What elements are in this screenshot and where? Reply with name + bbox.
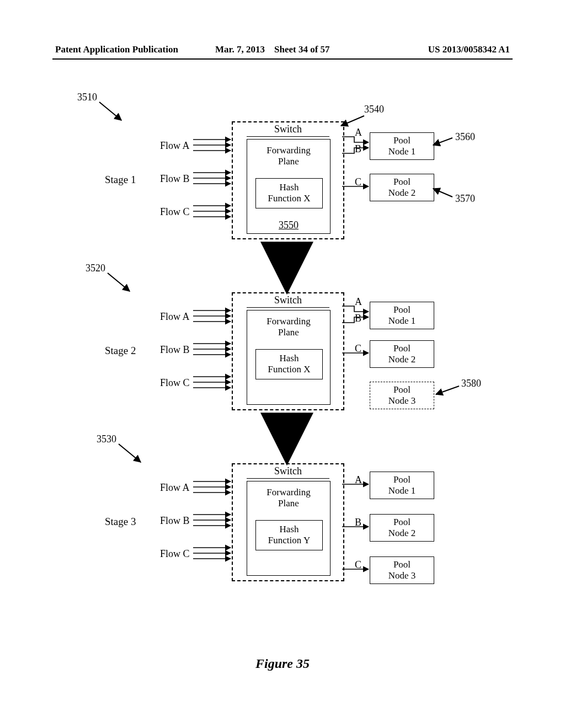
fp-label-3: ForwardingPlane [247,487,330,510]
stage-1-label: Stage 1 [105,174,136,186]
flowC-3: Flow C [160,548,193,560]
flowA-2: Flow A [160,311,193,323]
header-rule [52,58,513,60]
forwarding-plane-2: ForwardingPlane HashFunction X [247,310,331,405]
pool-node-1-s1: PoolNode 1 [370,132,434,160]
outC-1: C [355,176,361,188]
flowB-2: Flow B [160,344,193,356]
svg-line-1 [108,273,130,291]
pool-node-2-s3: PoolNode 2 [370,514,434,542]
pool3-lbl-s2: PoolNode 3 [388,384,416,406]
switch-box-stage2: Switch ForwardingPlane HashFunction X [232,292,344,410]
svg-line-6 [436,386,459,394]
outC-2: C [355,343,361,355]
stage-2-label: Stage 2 [105,345,136,357]
switch-box-stage1: Switch ForwardingPlane HashFunction X 35… [232,121,344,239]
fp-label-2: ForwardingPlane [247,316,330,339]
svg-line-4 [433,138,452,145]
forwarding-plane-1: ForwardingPlane HashFunction X 3550 [247,139,331,234]
pool-node-2-s2: PoolNode 2 [370,340,434,368]
outA-3: A [355,474,362,486]
ref-3540: 3540 [364,104,384,115]
flowC-2: Flow C [160,377,193,389]
hash-box-2: HashFunction X [255,349,323,379]
outC-3: C [355,559,361,571]
outB-1: B [355,143,361,155]
svg-line-3 [341,116,364,126]
svg-line-2 [119,444,141,462]
pool-node-3-s2: PoolNode 3 [370,382,434,409]
ref-3580: 3580 [461,378,481,389]
ref-3560: 3560 [455,131,475,143]
header-middle: Mar. 7, 2013 Sheet 34 of 57 [215,44,330,55]
ref-3550: 3550 [247,220,330,231]
ref-3570: 3570 [455,193,475,205]
ref-3530: 3530 [97,433,116,445]
pool-node-3-s3: PoolNode 3 [370,556,434,584]
outB-3: B [355,517,361,528]
pool2-lbl-s3: PoolNode 2 [388,517,416,538]
flowC-1: Flow C [160,206,193,218]
pool-node-1-s3: PoolNode 1 [370,472,434,499]
header-date: Mar. 7, 2013 [215,44,265,55]
switch-title-3: Switch [247,465,329,479]
svg-line-5 [433,189,452,197]
pool3-lbl-s3: PoolNode 3 [388,559,416,581]
pool1-lbl-s1: PoolNode 1 [388,135,416,157]
pool2-lbl-s1: PoolNode 2 [388,176,416,198]
ref-3510: 3510 [77,92,97,103]
outA-1: A [355,127,362,138]
flowA-1: Flow A [160,140,193,152]
hash-box-3: HashFunction Y [255,520,323,550]
page: Patent Application Publication Mar. 7, 2… [0,0,565,728]
ref-3520: 3520 [86,263,105,274]
flowB-1: Flow B [160,173,193,185]
outB-2: B [355,313,361,324]
header-left: Patent Application Publication [55,44,178,55]
pool1-lbl-s3: PoolNode 1 [388,474,416,496]
stage-3-label: Stage 3 [105,516,136,528]
switch-title-2: Switch [247,295,329,308]
figure-diagram: 3510 3520 3530 3540 3560 3570 3580 Stage… [66,88,508,651]
header-sheet: Sheet 34 of 57 [274,44,330,55]
outA-2: A [355,296,362,308]
figure-caption: Figure 35 [0,656,565,671]
flowB-3: Flow B [160,515,193,527]
flowA-3: Flow A [160,482,193,494]
pool-node-1-s2: PoolNode 1 [370,302,434,329]
svg-line-0 [99,102,121,120]
pool-node-2-s1: PoolNode 2 [370,174,434,201]
switch-box-stage3: Switch ForwardingPlane HashFunction Y [232,463,344,581]
hash-box-1: HashFunction X [255,178,323,208]
pool1-lbl-s2: PoolNode 1 [388,304,416,326]
pool2-lbl-s2: PoolNode 2 [388,343,416,365]
fp-label-1: ForwardingPlane [247,145,330,168]
header-pubno: US 2013/0058342 A1 [428,44,510,55]
forwarding-plane-3: ForwardingPlane HashFunction Y [247,481,331,576]
switch-title-1: Switch [247,124,329,137]
